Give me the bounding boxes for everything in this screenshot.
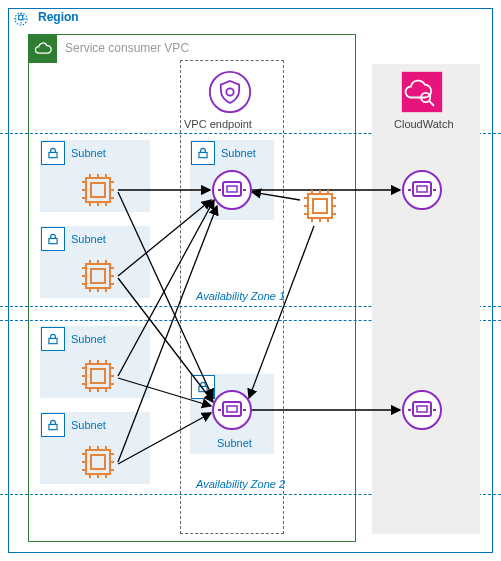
svg-rect-13 <box>86 264 110 288</box>
endpoint-label: VPC endpoint <box>184 118 252 130</box>
lock-icon <box>191 141 215 165</box>
region-label: Region <box>38 10 79 24</box>
cloudwatch-panel <box>372 64 480 534</box>
subnet-label: Subnet <box>217 437 252 449</box>
svg-rect-11 <box>86 178 110 202</box>
ec2-instance-icon <box>78 442 118 482</box>
svg-rect-6 <box>49 238 57 243</box>
subnet-label: Subnet <box>71 419 106 431</box>
eni-icon <box>212 170 252 210</box>
svg-rect-14 <box>91 269 105 283</box>
ec2-instance-icon <box>78 256 118 296</box>
eni-icon <box>212 390 252 430</box>
flag-icon <box>12 10 30 31</box>
svg-rect-16 <box>91 369 105 383</box>
lock-icon <box>41 141 65 165</box>
ec2-instance-icon <box>300 186 340 226</box>
cloudwatch-endpoint-icon <box>402 170 442 210</box>
cloud-icon <box>29 35 57 63</box>
vpc-label: Service consumer VPC <box>65 41 189 55</box>
subnet-label: Subnet <box>71 147 106 159</box>
svg-rect-20 <box>313 199 327 213</box>
ec2-instance-icon <box>78 356 118 396</box>
az2-label: Availability Zone 2 <box>196 478 285 490</box>
svg-rect-9 <box>199 152 207 157</box>
svg-point-1 <box>210 72 250 112</box>
svg-rect-10 <box>199 386 207 391</box>
az1-label: Availability Zone 1 <box>196 290 285 302</box>
ec2-instance-icon <box>78 170 118 210</box>
svg-rect-3 <box>402 72 442 112</box>
cloudwatch-icon <box>400 70 444 117</box>
lock-icon <box>41 227 65 251</box>
diagram-canvas: Region Service consumer VPC VPC endpoint… <box>0 0 501 561</box>
svg-rect-15 <box>86 364 110 388</box>
subnet-label: Subnet <box>71 333 106 345</box>
svg-rect-8 <box>49 424 57 429</box>
svg-rect-18 <box>91 455 105 469</box>
cloudwatch-endpoint-icon <box>402 390 442 430</box>
subnet-label: Subnet <box>71 233 106 245</box>
svg-rect-19 <box>308 194 332 218</box>
svg-rect-5 <box>49 152 57 157</box>
cloudwatch-label: CloudWatch <box>394 118 454 130</box>
svg-rect-7 <box>49 338 57 343</box>
svg-rect-17 <box>86 450 110 474</box>
subnet-label: Subnet <box>221 147 256 159</box>
svg-rect-12 <box>91 183 105 197</box>
shield-icon <box>208 70 252 117</box>
lock-icon <box>41 413 65 437</box>
lock-icon <box>41 327 65 351</box>
